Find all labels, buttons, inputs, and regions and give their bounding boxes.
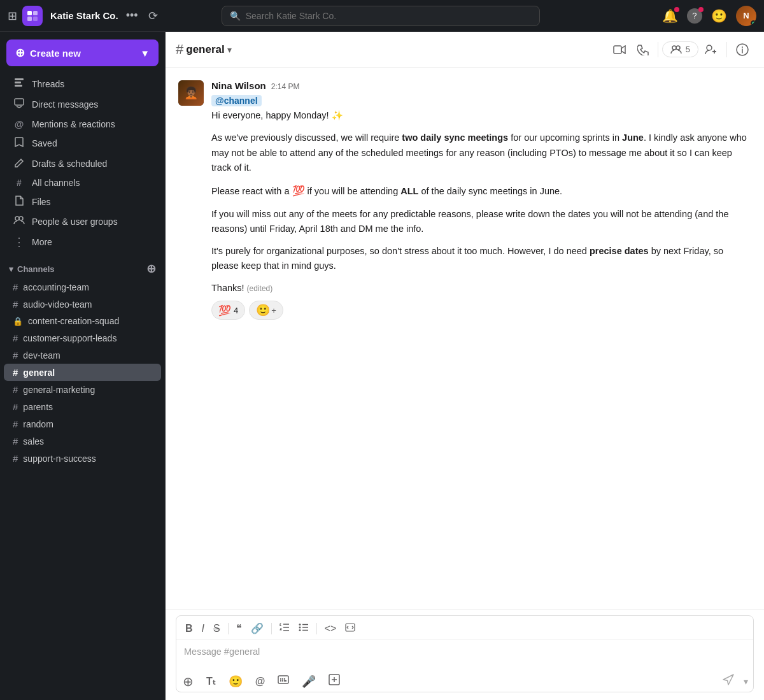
channel-chevron-icon: ▾ [227, 45, 232, 55]
avatar-status [751, 20, 756, 26]
message-placeholder: Message #general [184, 646, 260, 657]
channel-hash-icon: # [13, 367, 18, 378]
mention-btn[interactable]: @ [251, 673, 269, 690]
svg-point-12 [676, 46, 680, 50]
channel-hash-icon: # [13, 332, 18, 343]
add-member-btn[interactable] [700, 41, 723, 59]
emoji-picker-btn[interactable]: 🙂 [225, 672, 246, 691]
top-right-icons: 🔔 ? 🙂 N [662, 6, 756, 26]
user-avatar[interactable]: N [736, 6, 756, 26]
channel-name-dev: dev-team [23, 350, 60, 361]
channel-item-parents[interactable]: # parents [4, 398, 161, 415]
channel-item-random[interactable]: # random [4, 415, 161, 432]
sidebar-item-files[interactable]: Files [4, 192, 161, 212]
channel-lock-icon: 🔒 [13, 317, 23, 326]
channel-item-accounting-team[interactable]: # accounting-team [4, 278, 161, 296]
channel-name-random: random [23, 419, 53, 429]
emoji-icon[interactable]: 🙂 [711, 8, 727, 24]
toolbar-divider-2 [271, 623, 272, 634]
drafts-icon [13, 157, 25, 170]
format-text-btn[interactable]: Tₜ [202, 672, 220, 690]
reaction-100-btn[interactable]: 💯 4 [211, 301, 245, 320]
code-btn[interactable]: <> [321, 620, 341, 637]
audio-btn[interactable]: 🎤 [298, 672, 320, 691]
add-channel-icon[interactable]: ⊕ [146, 262, 156, 276]
help-dot [698, 7, 704, 12]
create-new-chevron-icon: ▼ [140, 48, 150, 59]
people-icon [13, 216, 25, 227]
italic-btn[interactable]: I [198, 620, 208, 637]
edited-label: (edited) [247, 284, 273, 293]
channel-name-accounting: accounting-team [23, 282, 89, 292]
para3-text: If you will miss out any of the meets fo… [211, 209, 728, 234]
notifications-icon[interactable]: 🔔 [662, 8, 678, 24]
para2-end: of the daily sync meetings in June. [418, 186, 562, 196]
svg-point-8 [15, 217, 19, 220]
unordered-list-btn[interactable] [295, 620, 313, 637]
greeting-text: Hi everyone, happy Monday! ✨ [211, 110, 343, 120]
create-new-button[interactable]: ⊕ Create new ▼ [6, 39, 159, 66]
channel-item-general[interactable]: # general [4, 364, 161, 381]
phone-call-btn[interactable] [632, 40, 654, 59]
channel-info-btn[interactable] [731, 39, 754, 60]
strikethrough-btn[interactable]: S [209, 620, 224, 637]
blockquote-btn[interactable]: ❝ [232, 620, 246, 637]
svg-point-17 [299, 626, 301, 628]
channels-chevron-icon: ▾ [9, 264, 13, 274]
sidebar-item-files-label: Files [32, 197, 51, 207]
shortcuts-btn[interactable] [274, 671, 293, 691]
link-btn[interactable]: 🔗 [247, 620, 267, 637]
send-area: ▾ [718, 671, 751, 692]
message-input[interactable]: Message #general [176, 640, 753, 668]
bold-btn[interactable]: B [181, 620, 197, 637]
code-block-btn[interactable] [341, 620, 359, 637]
search-bar[interactable]: 🔍 [222, 6, 540, 26]
para4-bold: precise dates [590, 246, 649, 256]
chat-header: # general ▾ 5 [166, 32, 764, 68]
channel-item-audio-video-team[interactable]: # audio-video-team [4, 296, 161, 313]
main-layout: ⊕ Create new ▼ Threads Direct messages @… [0, 32, 764, 700]
add-content-btn[interactable]: ⊕ [179, 671, 197, 692]
history-icon[interactable]: ⟳ [148, 9, 158, 23]
members-btn[interactable]: 5 [662, 41, 698, 57]
channel-hash-large: # [176, 41, 183, 58]
channel-name-general-marketing: general-marketing [23, 385, 95, 395]
input-area: B I S ❝ 🔗 <> [166, 610, 764, 700]
workspace-more-icon[interactable]: ••• [126, 9, 138, 22]
help-icon[interactable]: ? [687, 8, 702, 24]
add-reaction-btn[interactable]: 🙂+ [249, 301, 283, 320]
channels-collapse-btn[interactable]: ▾ Channels [9, 264, 55, 274]
sidebar-item-all-channels[interactable]: # All channels [4, 174, 161, 192]
channel-title[interactable]: # general ▾ [176, 41, 232, 58]
send-button[interactable] [718, 671, 739, 692]
chat-area: # general ▾ 5 [166, 32, 764, 700]
channel-name-parents: parents [23, 402, 53, 412]
channel-item-support-n-success[interactable]: # support-n-success [4, 450, 161, 467]
channel-item-dev-team[interactable]: # dev-team [4, 346, 161, 364]
para2-bold: ALL [400, 186, 418, 196]
sidebar-item-drafts[interactable]: Drafts & scheduled [4, 154, 161, 174]
ordered-list-btn[interactable] [276, 620, 294, 637]
sidebar-item-direct-messages[interactable]: Direct messages [4, 94, 161, 115]
channel-item-content-creation-squad[interactable]: 🔒 content-creation-squad [4, 313, 161, 329]
canvas-btn[interactable] [325, 671, 344, 691]
send-dropdown-btn[interactable]: ▾ [741, 674, 751, 689]
svg-rect-7 [15, 99, 24, 105]
toolbar-divider [228, 623, 229, 634]
search-input[interactable] [246, 11, 532, 21]
all-channels-icon: # [13, 178, 25, 188]
sidebar-item-more[interactable]: ⋮ More [4, 231, 161, 253]
channels-header: ▾ Channels ⊕ [0, 253, 165, 278]
sidebar-item-threads[interactable]: Threads [4, 74, 161, 94]
channel-item-general-marketing[interactable]: # general-marketing [4, 381, 161, 398]
video-call-btn[interactable] [608, 41, 631, 58]
svg-point-15 [742, 46, 743, 48]
sidebar-item-saved[interactable]: Saved [4, 133, 161, 154]
reaction-emoji: 💯 [218, 304, 231, 317]
sidebar-item-people[interactable]: People & user groups [4, 212, 161, 231]
sidebar-item-mentions[interactable]: @ Mentions & reactions [4, 115, 161, 133]
channel-item-sales[interactable]: # sales [4, 432, 161, 450]
channel-item-customer-support-leads[interactable]: # customer-support-leads [4, 329, 161, 346]
grid-icon[interactable]: ⊞ [8, 9, 17, 23]
sidebar: ⊕ Create new ▼ Threads Direct messages @… [0, 32, 166, 700]
